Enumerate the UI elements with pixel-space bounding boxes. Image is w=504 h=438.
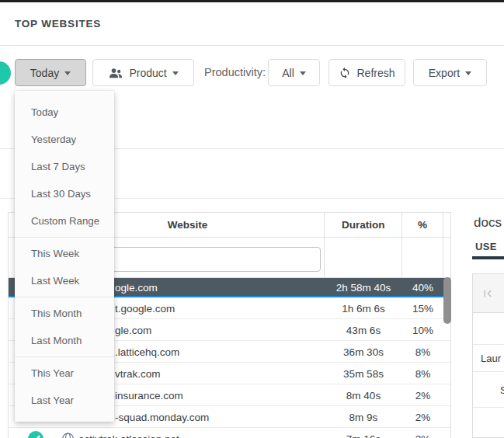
detail-panel-title: docs	[474, 215, 502, 231]
page-title: TOP WEBSITES	[15, 18, 101, 30]
productivity-label: Productivity:	[204, 66, 266, 78]
website-cell: -squad.monday.com	[115, 411, 209, 422]
dropdown-item-yesterday[interactable]: Yesterday	[15, 126, 114, 153]
percent-cell: 40%	[402, 281, 443, 293]
website-cell: t.google.com	[115, 302, 175, 314]
table-row[interactable]: activtrak.atlassian.net7m 16s2%	[9, 428, 450, 438]
users-grid: LaurS	[472, 273, 504, 438]
dropdown-item-this-week[interactable]: This Week	[15, 240, 114, 267]
dropdown-group-3: This YearLast Year	[15, 357, 114, 416]
percent-cell: 8%	[402, 367, 443, 379]
top-chrome-strip	[0, 0, 504, 2]
percent-column-header[interactable]: %	[401, 213, 443, 237]
users-grid-pager	[473, 274, 504, 313]
table-scrollbar-thumb[interactable]	[443, 277, 451, 324]
tab-active-underline	[472, 256, 504, 259]
date-range-button[interactable]: Today	[15, 59, 86, 86]
duration-cell: 2h 58m 40s	[325, 281, 402, 293]
refresh-label: Refresh	[356, 67, 395, 79]
dropdown-item-last-month[interactable]: Last Month	[15, 327, 114, 354]
chat-bubble[interactable]	[0, 61, 11, 85]
date-range-label: Today	[30, 67, 59, 79]
website-cell: activtrak.atlassian.net	[78, 433, 179, 438]
chevron-down-icon	[465, 71, 471, 75]
check-circle-icon[interactable]	[28, 431, 43, 438]
duration-cell: 43m 6s	[325, 324, 402, 335]
percent-cell: 2%	[402, 411, 443, 422]
percent-cell: 2%	[402, 433, 443, 438]
tab-users[interactable]: USE	[475, 241, 497, 252]
users-grid-row[interactable]: S	[473, 372, 504, 408]
website-cell: ogle.com	[115, 281, 158, 293]
dropdown-item-this-month[interactable]: This Month	[15, 300, 114, 327]
productivity-filter-label: All	[282, 67, 294, 79]
product-label: Product	[129, 67, 166, 79]
percent-cell: 8%	[402, 346, 443, 357]
dropdown-group-0: TodayYesterdayLast 7 DaysLast 30 DaysCus…	[15, 91, 114, 238]
date-range-dropdown: TodayYesterdayLast 7 DaysLast 30 DaysCus…	[15, 91, 114, 422]
refresh-button[interactable]: Refresh	[328, 59, 405, 86]
first-page-icon[interactable]	[481, 287, 495, 301]
website-cell: gle.com	[115, 324, 151, 335]
users-grid-row[interactable]: Laur	[473, 345, 504, 372]
chevron-down-icon	[64, 71, 71, 75]
duration-cell: 1h 6m 6s	[325, 302, 402, 314]
duration-column-header[interactable]: Duration	[324, 213, 401, 237]
duration-cell: 36m 30s	[325, 346, 402, 357]
website-cell: vtrak.com	[115, 367, 161, 379]
duration-cell: 35m 58s	[325, 367, 402, 379]
users-grid-row[interactable]	[473, 313, 504, 345]
dropdown-item-last-year[interactable]: Last Year	[15, 387, 114, 414]
dropdown-item-this-year[interactable]: This Year	[15, 360, 114, 387]
export-button[interactable]: Export	[413, 59, 487, 86]
refresh-icon	[339, 67, 351, 79]
duration-cell: 8m 9s	[325, 411, 402, 422]
dropdown-item-last-week[interactable]: Last Week	[15, 267, 114, 294]
users-grid-cell: Laur	[481, 353, 501, 364]
dropdown-item-last-30-days[interactable]: Last 30 Days	[15, 180, 114, 207]
export-label: Export	[429, 67, 460, 79]
dropdown-group-2: This MonthLast Month	[15, 297, 114, 357]
product-button[interactable]: Product	[92, 59, 194, 86]
dropdown-group-1: This WeekLast Week	[15, 238, 114, 297]
globe-icon	[61, 432, 75, 438]
website-cell: .latticehq.com	[115, 346, 179, 357]
duration-cell: 8m 40s	[325, 389, 402, 401]
dropdown-item-custom-range[interactable]: Custom Range	[15, 207, 114, 235]
productivity-filter-button[interactable]: All	[268, 59, 320, 86]
dropdown-item-today[interactable]: Today	[15, 99, 114, 126]
chevron-down-icon	[300, 71, 306, 75]
users-grid-cell: S	[500, 384, 504, 395]
duration-cell: 7m 16s	[325, 433, 402, 438]
users-grid-row[interactable]	[473, 408, 504, 438]
scrollbar-gutter	[443, 213, 450, 237]
percent-cell: 15%	[402, 302, 443, 314]
percent-cell: 2%	[402, 389, 443, 401]
header-divider	[0, 45, 504, 46]
website-cell: insurance.com	[115, 389, 183, 401]
percent-cell: 10%	[402, 324, 443, 335]
dropdown-item-last-7-days[interactable]: Last 7 Days	[15, 153, 114, 180]
chevron-down-icon	[172, 71, 179, 75]
users-icon	[108, 68, 123, 78]
